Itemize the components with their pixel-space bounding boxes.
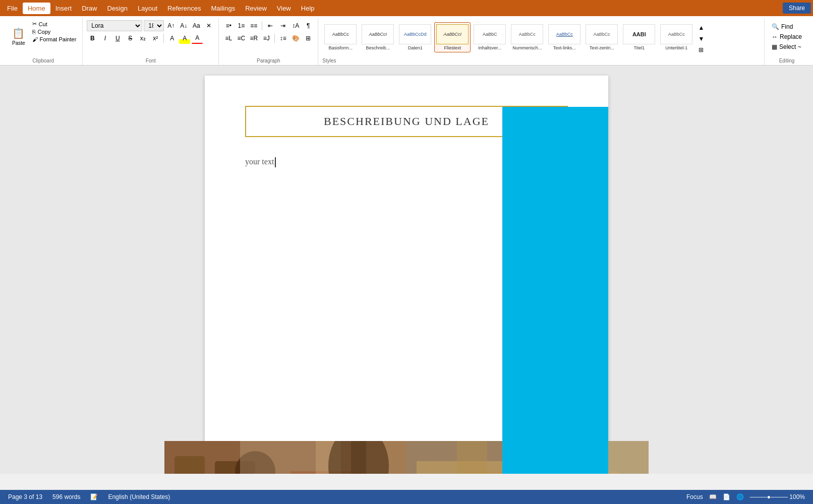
text-cursor xyxy=(275,157,276,167)
read-mode-icon[interactable]: 📖 xyxy=(709,493,717,500)
clipboard-label: Clipboard xyxy=(8,56,78,65)
font-group: Lora 18 A↑ A↓ Aa ✕ B I U S x₂ x² xyxy=(83,18,219,65)
svg-rect-3 xyxy=(175,456,205,474)
style-untertitel1[interactable]: AaBbCc Untertitel-1 xyxy=(658,22,694,52)
format-painter-button[interactable]: 🖌 Format Painter xyxy=(30,36,79,43)
line-spacing-button[interactable]: ↕≡ xyxy=(277,33,288,44)
style-basisform[interactable]: AaBbCc Basisform... xyxy=(322,22,359,52)
style-inhaltsver[interactable]: AaBbC Inhaltsver... xyxy=(472,22,508,52)
align-center-button[interactable]: ≡C xyxy=(236,33,247,44)
shading-button[interactable]: 🎨 xyxy=(290,33,301,44)
text-highlight-button[interactable]: A xyxy=(179,33,190,44)
editing-label: Editing xyxy=(769,56,805,65)
styles-label: Styles xyxy=(322,56,760,65)
font-family-select[interactable]: Lora xyxy=(87,20,142,31)
print-layout-icon[interactable]: 📄 xyxy=(723,493,730,500)
style-titel1[interactable]: AABI Titel1 xyxy=(621,22,657,52)
replace-label: Replace xyxy=(780,33,802,40)
borders-button[interactable]: ⊞ xyxy=(303,33,314,44)
decrease-font-button[interactable]: A↓ xyxy=(178,20,189,31)
separator xyxy=(163,34,164,43)
menu-design[interactable]: Design xyxy=(102,3,133,14)
format-painter-label: Format Painter xyxy=(40,36,77,42)
style-fliestext[interactable]: AaBbCcI Fliestext xyxy=(434,22,471,52)
language[interactable]: English (United States) xyxy=(108,493,170,500)
show-formatting-button[interactable]: ¶ xyxy=(303,20,314,31)
paragraph-group: ≡• 1≡ ≡≡ ⇤ ⇥ ↕A ¶ ≡L ≡C ≡R ≡J ↕≡ 🎨 xyxy=(219,18,318,65)
superscript-button[interactable]: x² xyxy=(150,33,161,44)
multilevel-list-button[interactable]: ≡≡ xyxy=(248,20,259,31)
text-effects-button[interactable]: A xyxy=(166,33,178,44)
menu-insert[interactable]: Insert xyxy=(50,3,77,14)
replace-button[interactable]: ↔ Replace xyxy=(769,32,805,41)
menu-home[interactable]: Home xyxy=(23,3,50,14)
paste-label: Paste xyxy=(12,40,25,46)
strikethrough-button[interactable]: S xyxy=(125,33,136,44)
find-button[interactable]: 🔍 Find xyxy=(769,22,805,31)
bold-button[interactable]: B xyxy=(87,33,98,44)
ribbon: 📋 Paste ✂ Cut ⎘ Copy 🖌 Format Painter Cl… xyxy=(0,16,813,66)
styles-scroll-down-button[interactable]: ▼ xyxy=(695,33,707,44)
paragraph-label: Paragraph xyxy=(223,56,314,65)
share-button[interactable]: Share xyxy=(783,3,811,14)
menu-references[interactable]: References xyxy=(162,3,206,14)
select-button[interactable]: ▦ Select ~ xyxy=(769,42,805,51)
clear-format-button[interactable]: ✕ xyxy=(203,20,214,31)
sort-button[interactable]: ↕A xyxy=(290,20,301,31)
justify-button[interactable]: ≡J xyxy=(261,33,272,44)
font-label: Font xyxy=(87,56,214,65)
menu-help[interactable]: Help xyxy=(296,3,320,14)
style-beschreib[interactable]: AaBbCcI Beschreib... xyxy=(360,22,396,52)
menu-view[interactable]: View xyxy=(272,3,296,14)
decrease-indent-button[interactable]: ⇤ xyxy=(265,20,276,31)
font-size-select[interactable]: 18 xyxy=(144,20,164,31)
menu-file[interactable]: File xyxy=(2,3,23,14)
focus-label[interactable]: Focus xyxy=(686,493,703,500)
underline-button[interactable]: U xyxy=(112,33,123,44)
numbering-button[interactable]: 1≡ xyxy=(236,20,247,31)
status-bar: Page 3 of 13 596 words 📝 English (United… xyxy=(0,490,813,504)
word-count: 596 words xyxy=(52,493,80,500)
change-case-button[interactable]: Aa xyxy=(191,20,202,31)
align-right-button[interactable]: ≡R xyxy=(248,33,259,44)
select-icon: ▦ xyxy=(772,43,777,50)
svg-rect-20 xyxy=(457,441,487,474)
paste-icon: 📋 xyxy=(12,27,25,39)
menu-mailings[interactable]: Mailings xyxy=(206,3,241,14)
copy-icon: ⎘ xyxy=(32,29,36,35)
styles-gallery: AaBbCc Basisform... AaBbCcI Beschreib...… xyxy=(322,20,694,52)
web-layout-icon[interactable]: 🌐 xyxy=(736,493,744,500)
italic-button[interactable]: I xyxy=(99,33,110,44)
style-textlinks[interactable]: AaBbCc Text-links... xyxy=(546,22,583,52)
font-color-button[interactable]: A xyxy=(192,33,203,44)
select-label: Select ~ xyxy=(779,43,801,50)
styles-expand-button[interactable]: ⊞ xyxy=(695,44,707,55)
menu-draw[interactable]: Draw xyxy=(77,3,102,14)
subscript-button[interactable]: x₂ xyxy=(137,33,148,44)
replace-icon: ↔ xyxy=(772,33,778,40)
bullets-button[interactable]: ≡• xyxy=(223,20,234,31)
zoom-slider[interactable]: ────●──── 100% xyxy=(750,493,805,500)
spelling-icon[interactable]: 📝 xyxy=(90,493,98,500)
style-nummerisch[interactable]: AaBbCc Nummerisch... xyxy=(509,22,545,52)
menu-layout[interactable]: Layout xyxy=(133,3,162,14)
clipboard-group: 📋 Paste ✂ Cut ⎘ Copy 🖌 Format Painter Cl… xyxy=(4,18,83,65)
style-daten1[interactable]: AaBbCcDd Daten1 xyxy=(397,22,433,52)
menu-review[interactable]: Review xyxy=(240,3,272,14)
increase-indent-button[interactable]: ⇥ xyxy=(277,20,288,31)
document-page[interactable]: BESCHREIBUNG UND LAGE your text xyxy=(205,76,608,464)
align-left-button[interactable]: ≡L xyxy=(223,33,234,44)
style-textzentri[interactable]: AaBbCc Text-zentri... xyxy=(584,22,620,52)
paste-button[interactable]: 📋 Paste xyxy=(8,20,29,52)
copy-label: Copy xyxy=(38,29,51,35)
find-label: Find xyxy=(781,23,793,30)
copy-button[interactable]: ⎘ Copy xyxy=(30,28,79,35)
styles-scroll-up-button[interactable]: ▲ xyxy=(695,22,707,33)
cyan-decoration-block xyxy=(502,107,608,474)
separator2 xyxy=(262,21,262,30)
separator3 xyxy=(274,34,275,43)
increase-font-button[interactable]: A↑ xyxy=(165,20,177,31)
styles-group: AaBbCc Basisform... AaBbCcI Beschreib...… xyxy=(318,18,765,65)
page-info: Page 3 of 13 xyxy=(8,493,42,500)
cut-button[interactable]: ✂ Cut xyxy=(30,20,79,28)
